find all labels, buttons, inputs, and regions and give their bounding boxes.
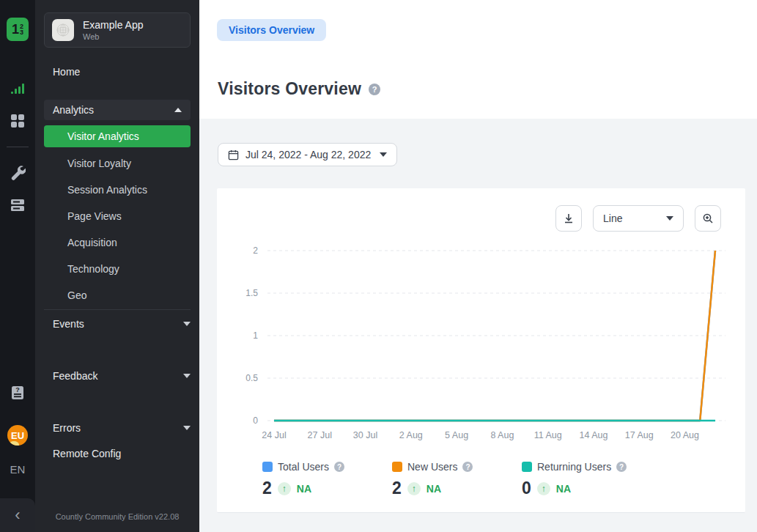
svg-text:2 Aug: 2 Aug xyxy=(399,430,423,440)
legend-value: 0 xyxy=(522,479,531,498)
legend-label: Returning Users xyxy=(537,461,611,473)
svg-text:14 Aug: 14 Aug xyxy=(579,430,608,440)
svg-text:5 Aug: 5 Aug xyxy=(445,430,468,440)
trend-up-icon: ↑ xyxy=(278,482,291,495)
analytics-submenu: Visitor AnalyticsVisitor LoyaltySession … xyxy=(44,125,191,311)
sidebar-section-analytics[interactable]: Analytics xyxy=(44,100,191,120)
svg-text:24 Jul: 24 Jul xyxy=(262,430,286,440)
sidebar-item-visitor-analytics[interactable]: Visitor Analytics xyxy=(44,125,191,147)
svg-text:11 Aug: 11 Aug xyxy=(534,430,562,440)
sidebar-item-geo[interactable]: Geo xyxy=(44,285,191,306)
sidebar-item-page-views[interactable]: Page Views xyxy=(44,206,191,226)
line-chart[interactable]: 00.511.5224 Jul27 Jul30 Jul2 Aug5 Aug8 A… xyxy=(217,242,745,460)
analytics-bars-icon[interactable] xyxy=(0,81,35,97)
page-title: Visitors Overview xyxy=(218,79,361,99)
app-selector[interactable]: Example App Web xyxy=(44,12,191,48)
svg-text:0: 0 xyxy=(253,415,258,426)
date-range-text: Jul 24, 2022 - Aug 22, 2022 xyxy=(245,149,371,160)
sidebar-menu: Example App Web Home Analytics Visitor A… xyxy=(35,0,199,532)
region-eu-badge[interactable]: EU xyxy=(0,425,35,446)
dashboards-grid-icon[interactable] xyxy=(0,113,35,129)
top-header: Visitors Overview Visitors Overview ? xyxy=(199,0,757,119)
chevron-up-icon xyxy=(174,108,182,112)
svg-text:1: 1 xyxy=(253,330,258,341)
chart-legend: Total Users?2↑NANew Users?2↑NAReturning … xyxy=(262,461,651,498)
trend-text: NA xyxy=(426,483,441,495)
sidebar-item-session-analytics[interactable]: Session Analytics xyxy=(44,180,191,200)
data-manager-server-icon[interactable] xyxy=(0,196,35,214)
app-name: Example App xyxy=(83,19,144,31)
legend-total-users[interactable]: Total Users?2↑NA xyxy=(262,461,392,498)
app-icon xyxy=(52,19,74,41)
legend-value: 2 xyxy=(392,479,402,498)
sidebar-item-home[interactable]: Home xyxy=(35,62,199,82)
legend-label: New Users xyxy=(407,461,457,473)
svg-text:17 Aug: 17 Aug xyxy=(625,430,654,440)
countly-logo-icon[interactable]: 123 xyxy=(0,18,35,41)
visitors-chart-card: Line 00.511.5224 Jul27 Jul30 Jul2 Aug5 A… xyxy=(217,188,745,513)
main-content: Visitors Overview Visitors Overview ? Ju… xyxy=(199,0,757,532)
app-type: Web xyxy=(83,32,144,41)
legend-returning-users[interactable]: Returning Users?0↑NA xyxy=(522,461,651,498)
chart-toolbar: Line xyxy=(555,205,721,232)
download-chart-button[interactable] xyxy=(555,205,582,232)
chevron-down-icon xyxy=(666,216,673,221)
chevron-down-icon xyxy=(183,374,191,378)
svg-text:20 Aug: 20 Aug xyxy=(671,430,699,440)
trend-up-icon: ↑ xyxy=(407,482,421,495)
legend-swatch xyxy=(262,462,273,472)
chevron-down-icon xyxy=(380,152,387,157)
svg-text:0.5: 0.5 xyxy=(245,373,258,383)
svg-text:?: ? xyxy=(15,386,20,394)
legend-value: 2 xyxy=(262,479,272,498)
sidebar-item-remote-config[interactable]: Remote Config xyxy=(35,443,199,464)
language-selector[interactable]: EN xyxy=(0,463,35,476)
sidebar-section-errors[interactable]: Errors xyxy=(35,418,199,438)
menu-divider xyxy=(44,309,191,310)
legend-swatch xyxy=(522,462,532,472)
tab-visitors-overview[interactable]: Visitors Overview xyxy=(217,19,326,41)
rail-divider xyxy=(7,147,29,147)
version-footer: Countly Community Edition v22.08 xyxy=(35,512,199,521)
svg-text:2: 2 xyxy=(253,245,258,256)
svg-text:1.5: 1.5 xyxy=(245,288,258,298)
collapse-sidebar-button[interactable]: ‹ xyxy=(0,498,35,532)
sidebar-item-acquisition[interactable]: Acquisition xyxy=(44,232,191,253)
sidebar-item-technology[interactable]: Technology xyxy=(44,259,191,279)
chevron-down-icon xyxy=(183,426,191,430)
svg-text:8 Aug: 8 Aug xyxy=(490,430,514,440)
trend-up-icon: ↑ xyxy=(537,482,550,495)
legend-help-icon[interactable]: ? xyxy=(462,462,473,472)
trend-text: NA xyxy=(297,483,311,495)
utilities-wrench-icon[interactable] xyxy=(0,164,35,180)
trend-text: NA xyxy=(556,483,571,495)
sidebar-section-events[interactable]: Events xyxy=(35,314,199,334)
legend-swatch xyxy=(392,462,402,472)
svg-text:27 Jul: 27 Jul xyxy=(308,430,332,440)
sidebar-item-visitor-loyalty[interactable]: Visitor Loyalty xyxy=(44,153,191,174)
icon-rail: 123 ? EU EN ‹ xyxy=(0,0,35,532)
report-manager-help-icon[interactable]: ? xyxy=(0,384,35,402)
zoom-chart-button[interactable] xyxy=(695,205,721,232)
chart-type-select[interactable]: Line xyxy=(593,205,684,232)
chevron-down-icon xyxy=(183,322,191,326)
sidebar-section-feedback[interactable]: Feedback xyxy=(35,366,199,386)
legend-new-users[interactable]: New Users?2↑NA xyxy=(392,461,522,498)
legend-help-icon[interactable]: ? xyxy=(334,462,344,472)
svg-text:30 Jul: 30 Jul xyxy=(353,430,377,440)
legend-help-icon[interactable]: ? xyxy=(616,462,627,472)
legend-label: Total Users xyxy=(278,461,329,473)
date-range-picker[interactable]: Jul 24, 2022 - Aug 22, 2022 xyxy=(218,143,397,166)
calendar-icon xyxy=(228,149,239,160)
title-help-icon[interactable]: ? xyxy=(369,84,380,95)
